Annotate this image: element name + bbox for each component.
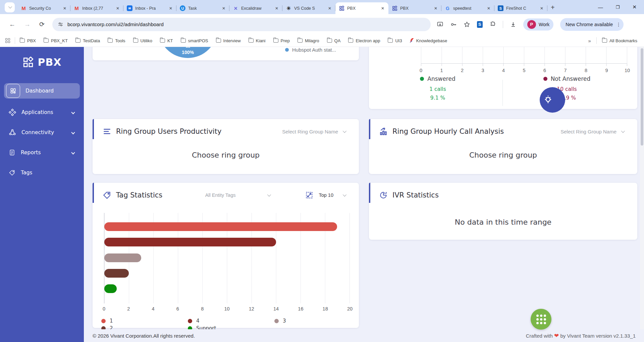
folder-icon	[160, 39, 165, 43]
card-accent-bar	[93, 119, 94, 139]
bookmark-folder[interactable]: Tools	[108, 38, 125, 43]
minimize-button[interactable]: —	[598, 4, 603, 10]
toolbar-divider	[503, 21, 503, 28]
tab-vscode[interactable]: ✳ VS Code S ✕	[282, 2, 335, 14]
tab-close-icon[interactable]: ✕	[327, 5, 333, 11]
tab-strip: M Security Co ✕ M Inbox (2,77 ✕ ✉ Inbox …	[0, 0, 644, 14]
legend-dot	[543, 77, 547, 81]
extensions-icon[interactable]	[489, 21, 496, 28]
tab-fireshot[interactable]: S FireShot C ✕	[494, 2, 547, 14]
bookmark-folder[interactable]: PBX	[20, 38, 36, 43]
reports-icon	[9, 149, 15, 156]
tab-search-button[interactable]	[5, 2, 15, 12]
bookmark-folder[interactable]: PBX_KT	[44, 38, 68, 43]
folder-icon	[108, 39, 113, 43]
tab-pbx-active[interactable]: PBX ✕	[335, 2, 388, 14]
legend-dot	[274, 319, 279, 323]
chevron-down-icon	[343, 129, 346, 133]
maximize-button[interactable]: ❐	[616, 5, 620, 10]
fireshot-extension-icon[interactable]: S	[477, 21, 483, 28]
card-accent-bar	[93, 183, 94, 203]
key-icon[interactable]	[450, 21, 457, 28]
chrome-update-button[interactable]: New Chrome available ⋮	[560, 18, 624, 31]
sidebar-item-dashboard[interactable]: Dashboard	[4, 83, 80, 99]
reload-icon[interactable]: ⟳	[39, 20, 45, 28]
legend-dot	[188, 319, 192, 323]
tab-speedtest[interactable]: G speedtest ✕	[441, 2, 494, 14]
bookmarks-overflow-icon[interactable]: »	[588, 38, 591, 44]
folder-icon	[602, 39, 607, 43]
entity-tags-select[interactable]: All Entity Tags	[205, 192, 270, 198]
card-accent-bar	[369, 119, 370, 139]
tab-close-icon[interactable]: ✕	[168, 5, 174, 11]
expand-icon[interactable]	[305, 191, 313, 199]
window-controls: — ❐ ✕	[598, 0, 644, 14]
profile-chip[interactable]: P Work	[523, 18, 553, 31]
tag-x-axis: 0 2 4 6 8 10 12 14 16 18 20	[104, 306, 350, 313]
sidebar-item-connectivity[interactable]: Connectivity	[4, 125, 80, 140]
tab-close-icon[interactable]: ✕	[115, 5, 121, 11]
lightbulb-icon	[542, 94, 554, 106]
page-scrollbar[interactable]	[640, 47, 644, 342]
menu-dots-icon[interactable]: ⋮	[616, 22, 621, 27]
bookmark-knowledgebase[interactable]: Knowledgebase	[410, 38, 447, 43]
address-bar[interactable]: bcorp.vivantcorp.com/ui2/admin/dashboard	[52, 18, 431, 31]
forward-icon[interactable]: →	[24, 21, 31, 28]
tab-close-icon[interactable]: ✕	[433, 5, 439, 11]
mail-icon: ✉	[127, 5, 132, 11]
bar-chart-icon	[379, 127, 388, 136]
close-button[interactable]: ✕	[632, 4, 637, 10]
tab-inbox-pra[interactable]: ✉ Inbox - Pra ✕	[123, 2, 176, 14]
site-settings-icon	[58, 21, 63, 27]
bookmark-folder[interactable]: Kiani	[249, 38, 266, 43]
bookmark-folder[interactable]: Electron app	[348, 38, 380, 43]
bookmark-folder[interactable]: UI3	[388, 38, 402, 43]
tips-fab-button[interactable]	[540, 87, 565, 113]
excalidraw-icon: ✕	[233, 5, 238, 11]
bookmark-folder[interactable]: smartPOS	[181, 38, 208, 43]
ring-group-select[interactable]: Select Ring Group Name	[560, 129, 624, 134]
folder-icon	[298, 39, 303, 43]
bookmark-folder[interactable]: Milagro	[298, 38, 319, 43]
tab-pbx[interactable]: PBX ✕	[388, 2, 441, 14]
ring-group-select[interactable]: Select Ring Group Name	[282, 129, 345, 134]
bookmarks-right: » All Bookmarks	[588, 37, 639, 44]
apps-grid-icon[interactable]	[5, 38, 10, 43]
legend-dot	[101, 319, 106, 323]
scrollbar-thumb[interactable]	[641, 48, 643, 146]
sidebar-item-applications[interactable]: Applications	[4, 105, 80, 120]
bookmark-folder[interactable]: TestData	[75, 38, 100, 43]
all-bookmarks-button[interactable]: All Bookmarks	[602, 38, 637, 43]
install-icon[interactable]	[437, 21, 443, 28]
back-icon[interactable]: ←	[9, 21, 15, 28]
legend-item: 3	[274, 318, 286, 324]
tab-close-icon[interactable]: ✕	[539, 5, 545, 11]
app-footer: © 2026 Vivant Corporation.All rights res…	[84, 329, 644, 342]
downloads-icon[interactable]	[510, 21, 517, 28]
tab-inbox-gmail[interactable]: M Inbox (2,77 ✕	[70, 2, 123, 14]
legend-dot	[420, 77, 424, 81]
bookmark-folder[interactable]: QA	[327, 38, 341, 43]
bookmark-folder[interactable]: Interview	[216, 38, 241, 43]
tab-excalidraw[interactable]: ✕ Excalidraw ✕	[229, 2, 282, 14]
tab-task[interactable]: U Task ✕	[176, 2, 229, 14]
tab-close-icon[interactable]: ✕	[380, 5, 386, 11]
sidebar-item-tags[interactable]: Tags	[4, 165, 80, 180]
bookmark-star-icon[interactable]	[464, 21, 470, 28]
top-n-select[interactable]: Top 10	[319, 192, 345, 198]
tab-close-icon[interactable]: ✕	[221, 5, 227, 11]
bar-category-3	[104, 253, 141, 262]
tab-close-icon[interactable]: ✕	[274, 5, 280, 11]
bookmark-folder[interactable]: Utiliko	[133, 38, 152, 43]
bookmark-folder[interactable]: KT	[160, 38, 173, 43]
new-tab-button[interactable]: +	[551, 4, 555, 11]
bookmark-folder[interactable]: Prep	[273, 38, 290, 43]
tab-close-icon[interactable]: ✕	[486, 5, 492, 11]
tab-close-icon[interactable]: ✕	[62, 5, 68, 11]
tab-security[interactable]: M Security Co ✕	[17, 2, 70, 14]
sidebar-item-reports[interactable]: Reports	[4, 145, 80, 160]
legend-divider	[502, 80, 503, 106]
pbx-icon	[339, 5, 344, 11]
quick-apps-fab-button[interactable]	[531, 309, 551, 330]
calls-chart-grid	[421, 47, 627, 64]
